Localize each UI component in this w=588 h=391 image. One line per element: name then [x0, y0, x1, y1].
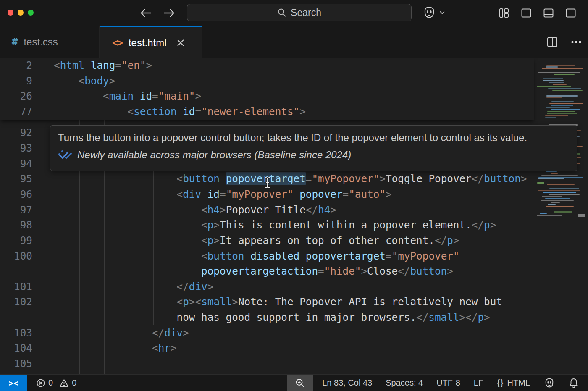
- remote-indicator-button[interactable]: ><: [0, 375, 27, 391]
- code-line[interactable]: 99 <p>It appears on top of other content…: [0, 233, 534, 249]
- line-number: 93: [0, 141, 32, 156]
- maximize-window-button[interactable]: [28, 10, 34, 16]
- minimap-line: [545, 123, 575, 123]
- arrow-left-icon: [140, 7, 152, 19]
- minimap-line: [547, 113, 577, 114]
- tab-test-css[interactable]: # test.css: [0, 26, 100, 58]
- close-icon: [176, 38, 185, 47]
- minimap-line: [550, 181, 560, 181]
- copilot-menu-button[interactable]: [422, 5, 446, 20]
- title-bar: Search: [0, 0, 588, 26]
- minimap-line: [538, 72, 580, 73]
- baseline-status-text: Newly available across major browsers (B…: [77, 149, 351, 161]
- minimap-line: [546, 66, 558, 67]
- arrow-right-icon: [163, 7, 175, 19]
- code-line[interactable]: 26 <main id="main">: [0, 89, 534, 104]
- code-editor[interactable]: 92939495 <button popovertarget="myPopove…: [0, 58, 588, 374]
- code-text: now has good support in major browsers.<…: [54, 310, 490, 325]
- navigate-forward-button[interactable]: [163, 7, 175, 19]
- code-line[interactable]: 97 <h4>Popover Title</h4>: [0, 202, 534, 218]
- minimap-line: [541, 200, 574, 201]
- line-number: 96: [0, 187, 32, 202]
- minimap-line: [545, 117, 556, 118]
- code-line[interactable]: 102 <p><small>Note: The Popover API is r…: [0, 294, 534, 310]
- problems-button[interactable]: 0 0: [29, 375, 83, 391]
- tab-label: test.html: [129, 37, 167, 49]
- encoding-button[interactable]: UTF-8: [430, 375, 467, 391]
- zoom-status-button[interactable]: [287, 375, 313, 391]
- minimap-line: [545, 198, 570, 199]
- minimap-line: [541, 175, 578, 176]
- command-center-search[interactable]: Search: [187, 4, 412, 21]
- minimap-line: [538, 178, 564, 179]
- code-line[interactable]: 9 <body>: [0, 73, 534, 89]
- code-line[interactable]: 77 <section id="newer-elements">: [0, 104, 534, 120]
- line-number: 26: [0, 89, 32, 104]
- cursor-position-button[interactable]: Ln 83, Col 43: [315, 375, 379, 391]
- notifications-button[interactable]: [562, 375, 585, 391]
- code-line[interactable]: now has good support in major browsers.<…: [0, 310, 534, 325]
- minimap[interactable]: [534, 58, 588, 374]
- indentation-button[interactable]: Spaces: 4: [379, 375, 430, 391]
- line-number: 98: [0, 218, 32, 233]
- copilot-status-button[interactable]: [537, 375, 562, 391]
- code-line[interactable]: 100 <button disabled popovertarget="myPo…: [0, 249, 534, 264]
- minimap-line: [542, 94, 574, 94]
- minimap-line: [549, 188, 579, 189]
- minimap-line: [547, 111, 575, 112]
- toggle-panel-button[interactable]: [543, 7, 554, 19]
- code-line[interactable]: 103 </div>: [0, 325, 534, 341]
- line-number: 100: [0, 249, 32, 264]
- code-line[interactable]: 96 <div id="myPopover" popover="auto">: [0, 187, 534, 202]
- minimap-line: [537, 215, 562, 216]
- close-window-button[interactable]: [8, 10, 13, 16]
- search-icon: [277, 8, 286, 17]
- toggle-secondary-sidebar-button[interactable]: [565, 7, 577, 19]
- toggle-primary-sidebar-button[interactable]: [520, 7, 532, 19]
- ellipsis-icon: [570, 36, 582, 48]
- more-actions-button[interactable]: [570, 36, 582, 48]
- code-text: <section id="newer-elements">: [54, 104, 306, 120]
- close-tab-button[interactable]: [176, 38, 185, 47]
- navigate-back-button[interactable]: [140, 7, 152, 19]
- line-col-value: Ln 83, Col 43: [322, 378, 372, 388]
- minimap-line: [552, 121, 583, 121]
- code-line[interactable]: 101 </div>: [0, 279, 534, 295]
- vscode-window: Search # test.css: [0, 0, 588, 391]
- copilot-icon: [422, 5, 436, 20]
- code-text: <html lang="en">: [54, 58, 152, 73]
- line-number: 105: [0, 356, 32, 372]
- code-line[interactable]: popovertargetaction="hide">Close</button…: [0, 264, 534, 279]
- language-mode-button[interactable]: {} HTML: [490, 375, 537, 391]
- minimize-window-button[interactable]: [18, 10, 24, 16]
- minimap-line: [549, 103, 583, 104]
- eol-button[interactable]: LF: [467, 375, 490, 391]
- code-text: <hr>: [54, 341, 177, 356]
- minimap-line: [546, 206, 574, 207]
- line-number: 95: [0, 171, 32, 187]
- code-line[interactable]: 105: [0, 356, 534, 372]
- code-text: </div>: [54, 279, 213, 295]
- code-text: <h4>Popover Title</h4>: [54, 202, 336, 218]
- minimap-line: [537, 182, 544, 183]
- eol-value: LF: [474, 378, 483, 388]
- chevron-down-icon: [439, 9, 446, 16]
- tab-test-html[interactable]: <> test.html: [100, 26, 202, 58]
- customize-layout-icon: [498, 7, 510, 19]
- code-line[interactable]: 2<html lang="en">: [0, 58, 534, 73]
- customize-layout-button[interactable]: [498, 7, 510, 19]
- code-line[interactable]: 104 <hr>: [0, 341, 534, 356]
- minimap-line: [546, 95, 578, 96]
- code-text: </div>: [54, 325, 189, 341]
- minimap-line: [542, 68, 583, 69]
- minimap-line: [551, 101, 574, 102]
- search-label: Search: [291, 7, 321, 18]
- split-editor-button[interactable]: [546, 36, 559, 48]
- line-number: 97: [0, 202, 32, 218]
- code-line[interactable]: 98 <p>This is content within a popover e…: [0, 218, 534, 233]
- minimap-line: [553, 84, 567, 85]
- minimap-line: [542, 196, 562, 197]
- minimap-line: [554, 211, 572, 212]
- line-number: 103: [0, 325, 32, 341]
- status-bar: >< 0 0 Ln 83, Col 43 Spaces: 4 UTF-8 LF …: [0, 374, 588, 391]
